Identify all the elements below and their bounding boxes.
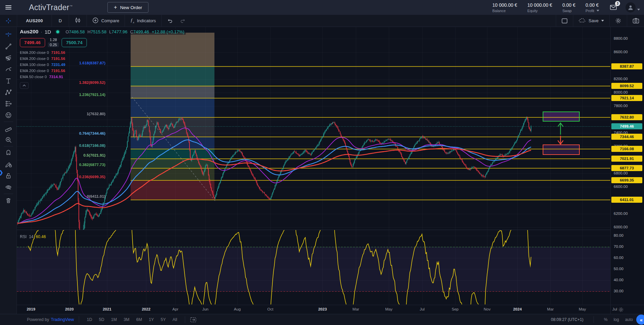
interval-button[interactable]: D — [52, 15, 68, 27]
legend-interval[interactable]: 1D — [45, 29, 51, 35]
time-axis-label: Apr — [172, 307, 178, 311]
time-axis[interactable]: 2019202020212022AprJunAugOct2023MarMayJu… — [17, 305, 610, 314]
account-metric: 0.00 €Swap — [562, 2, 575, 13]
zoom-in-tool[interactable] — [3, 134, 14, 145]
indicators-button[interactable]: ƒx Indicators — [125, 15, 161, 27]
ema-legend-row[interactable]: EMA 50 close 07314.91 — [20, 75, 186, 79]
candlestick-icon — [74, 17, 81, 25]
range-buttons: 1D5D1M3M6M1Y5YAll — [84, 316, 180, 323]
buy-button[interactable]: 7500.74 — [62, 38, 87, 47]
drawing-mode-tool[interactable] — [3, 159, 14, 170]
price-level-badge: 8387.87 — [611, 63, 642, 69]
save-button[interactable]: Save — [573, 15, 609, 27]
trend-line-tool[interactable] — [3, 41, 14, 52]
range-button[interactable]: 3M — [121, 316, 132, 323]
new-order-button[interactable]: + New Order — [107, 2, 148, 13]
watchlist-toggle-icon[interactable]: ❯ — [0, 169, 3, 175]
crosshair-tool[interactable] — [3, 29, 14, 41]
settings-button[interactable] — [610, 15, 627, 27]
price-level-badge: 7921.14 — [611, 95, 642, 101]
collapse-legend-button[interactable] — [20, 82, 29, 89]
account-metrics: 10 000.00 €Balance10 000.00 €Equity0.00 … — [492, 2, 599, 13]
goto-date-button[interactable] — [190, 317, 197, 323]
price-tick: 6000.00 — [614, 225, 628, 229]
rsi-legend: RSI 14 60.46 — [20, 234, 46, 239]
plus-icon: + — [114, 5, 117, 10]
gear-icon[interactable] — [618, 307, 624, 313]
hide-all-tool[interactable] — [3, 182, 14, 193]
layout-button[interactable] — [556, 15, 573, 27]
range-button[interactable]: All — [170, 316, 180, 323]
legend-symbol[interactable]: Aus200 — [20, 29, 38, 35]
account-menu[interactable] — [625, 2, 640, 12]
undo-button[interactable] — [162, 15, 178, 27]
brush-tool[interactable] — [3, 64, 14, 75]
ema-legend-row[interactable]: EMA 200 close 07191.56 — [20, 69, 186, 73]
tradingview-link[interactable]: TradingView — [51, 317, 74, 322]
chevron-down-icon — [637, 9, 640, 10]
range-button[interactable]: 1D — [84, 316, 95, 323]
rsi-tick: 40.00 — [614, 278, 623, 282]
forecast-tool[interactable] — [3, 98, 14, 109]
time-axis-label: Oct — [267, 307, 273, 311]
time-axis-label: Mar — [547, 307, 554, 311]
ema-legend-row[interactable]: EMA 100 close 07231.49 — [20, 63, 186, 67]
clock[interactable]: 08:09:27 (UTC+1) — [551, 317, 583, 322]
time-axis-label: May — [385, 307, 393, 311]
remove-all-tool[interactable] — [3, 195, 14, 206]
chart-toolbar: AUS200 D Compare ƒx Indicators — [0, 15, 644, 27]
price-tick: 8000.00 — [614, 90, 628, 94]
fib-level-label: 0.618(7166.08) — [17, 143, 105, 148]
fib-level-label: 0(6411.01) — [17, 194, 105, 198]
price-level-badge: 6877.73 — [611, 165, 642, 171]
time-axis-label: May — [579, 307, 586, 311]
lock-all-tool[interactable] — [3, 170, 14, 182]
rsi-tick: 60.00 — [614, 256, 623, 260]
rsi-tick: 50.00 — [614, 267, 623, 271]
range-button[interactable]: 5Y — [158, 316, 169, 323]
price-tick: 6800.00 — [614, 171, 628, 175]
chevron-down-icon[interactable] — [597, 10, 599, 11]
app-logo: ActivTrader™ — [29, 3, 72, 12]
screenshot-button[interactable] — [627, 15, 644, 27]
sell-button[interactable]: 7499.46 — [20, 38, 45, 47]
price-level-badge: 8099.52 — [611, 83, 642, 89]
axis-settings — [610, 305, 644, 314]
fib-level-label: 0.236(6699.35) — [17, 175, 105, 179]
expand-panel-button[interactable]: « — [636, 315, 644, 325]
measure-tool[interactable] — [3, 123, 14, 134]
text-tool[interactable] — [3, 75, 14, 87]
menu-icon[interactable] — [0, 4, 17, 10]
fib-level-label: 1(7632.80) — [17, 112, 105, 116]
notification-badge: 3 — [615, 1, 620, 6]
notifications-button[interactable]: 3 — [609, 3, 617, 11]
range-button[interactable]: 1M — [108, 316, 120, 323]
scale-button[interactable]: auto — [625, 317, 633, 322]
ema-legend-row[interactable]: EMA 200 close 07191.56 — [20, 51, 186, 55]
chevron-down-icon — [601, 20, 604, 22]
compare-button[interactable]: Compare — [87, 15, 125, 27]
range-button[interactable]: 6M — [133, 316, 145, 323]
rsi-tick: 80.00 — [614, 233, 623, 237]
scale-button[interactable]: % — [604, 317, 608, 322]
time-axis-label: Nov — [484, 307, 490, 311]
app-header: ActivTrader™ + New Order 10 000.00 €Bala… — [0, 0, 644, 15]
price-tick: 7800.00 — [614, 104, 628, 108]
chart-style-button[interactable] — [69, 15, 87, 27]
crosshair-mode-button[interactable] — [0, 15, 17, 27]
emoji-tool[interactable] — [3, 109, 14, 121]
price-axis[interactable]: 8800.008600.008200.008000.007800.007400.… — [610, 27, 644, 305]
price-level-badge: 7632.80 — [611, 114, 642, 120]
range-button[interactable]: 5D — [96, 316, 107, 323]
time-axis-label: Jun — [202, 307, 209, 311]
fib-tools[interactable] — [3, 52, 14, 64]
circle-plus-icon — [92, 17, 99, 25]
ema-legend-row[interactable]: EMA 200 close 07191.56 — [20, 57, 186, 61]
redo-button[interactable] — [178, 15, 191, 27]
symbol-button[interactable]: AUS200 — [17, 15, 52, 27]
range-button[interactable]: 1Y — [146, 316, 157, 323]
pattern-tool[interactable] — [3, 87, 14, 98]
magnet-tool[interactable] — [3, 147, 14, 159]
time-axis-label: Sep — [452, 307, 459, 311]
scale-button[interactable]: log — [614, 317, 619, 322]
